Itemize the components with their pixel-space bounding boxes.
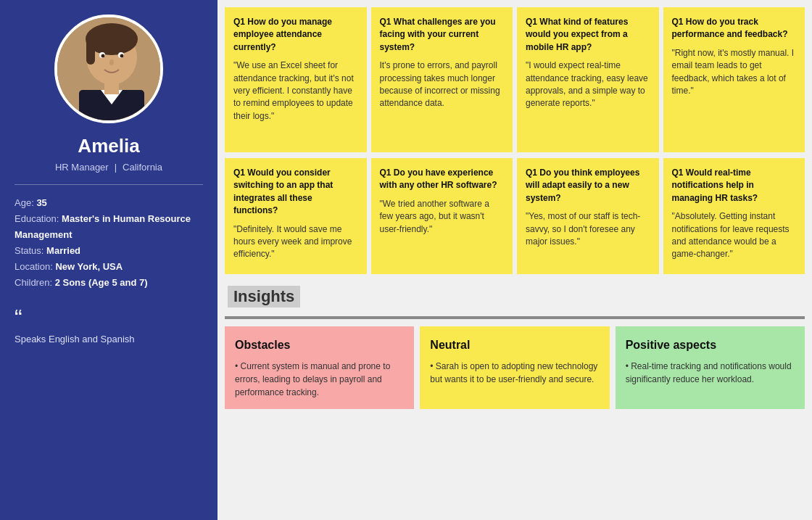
qa-answer: "We use an Excel sheet for attendance tr… [233,59,358,123]
quote-mark-icon: “ [14,306,203,329]
qa-question: Q1 How do you track performance and feed… [672,16,797,41]
children-row: Children: 2 Sons (Age 5 and 7) [14,275,203,291]
profile-divider [14,184,203,185]
qa-answer: It's prone to errors, and payroll proces… [380,59,505,110]
svg-rect-10 [104,81,119,94]
qa-card-row1-1: Q1 What challenges are you facing with y… [371,7,513,152]
qa-card-row1-3: Q1 How do you track performance and feed… [663,7,805,152]
qa-question: Q1 What kind of features would you expec… [526,16,650,54]
status-label: Status: [14,245,44,256]
qa-card-row2-0: Q1 Would you consider switching to an ap… [225,158,367,274]
quote-section: “ Speaks English and Spanish [14,306,203,347]
qa-card-row1-0: Q1 How do you manage employee attendance… [225,7,367,152]
insight-text: • Real-time tracking and notifications w… [626,360,795,386]
persona-role-location: HR Manager | California [55,162,162,173]
qa-card-row1-2: Q1 What kind of features would you expec… [517,7,659,152]
age-value: 35 [36,197,46,208]
role-divider: | [115,162,117,173]
status-row: Status: Married [14,243,203,259]
insights-divider [225,316,805,319]
location-row: Location: New York, USA [14,259,203,275]
qa-question: Q1 What challenges are you facing with y… [380,16,505,54]
qa-answer: "Right now, it's mostly manual. I email … [672,47,797,98]
qa-question: Q1 Do you think employees will adapt eas… [526,167,650,205]
insight-text: • Sarah is open to adopting new technolo… [430,360,599,386]
location-detail-value: New York, USA [55,261,123,272]
quote-text: Speaks English and Spanish [14,332,203,347]
qa-card-row2-2: Q1 Do you think employees will adapt eas… [517,158,659,274]
children-value: 2 Sons (Age 5 and 7) [55,277,148,288]
qa-question: Q1 How do you manage employee attendance… [233,16,358,54]
avatar [54,15,163,123]
svg-point-6 [102,54,105,58]
svg-point-7 [120,54,124,58]
insights-grid: Obstacles • Current system is manual and… [225,326,805,409]
qa-card-row2-1: Q1 Do you have experience with any other… [371,158,513,274]
right-panel: Q1 How do you manage employee attendance… [218,0,812,520]
qa-answer: "Yes, most of our staff is tech-savvy, s… [526,210,650,248]
qa-answer: "We tried another software a few years a… [380,198,505,236]
qa-question: Q1 Do you have experience with any other… [380,167,505,192]
insight-title: Obstacles [235,337,404,354]
left-panel: Amelia HR Manager | California Age: 35 E… [0,0,218,520]
persona-role: HR Manager [55,162,109,173]
insight-card-neutral: Neutral • Sarah is open to adopting new … [420,326,609,409]
persona-name: Amelia [78,135,139,157]
qa-question: Q1 Would real-time notifications help in… [672,167,797,205]
education-row: Education: Master's in Human Resource Ma… [14,211,203,243]
persona-details: Age: 35 Education: Master's in Human Res… [14,195,203,292]
svg-point-8 [109,59,114,65]
insights-label: Insights [228,286,300,308]
qa-question: Q1 Would you consider switching to an ap… [233,167,358,218]
insight-title: Positive aspects [626,337,795,354]
education-label: Education: [14,213,59,224]
qa-answer: "Definitely. It would save me hours ever… [233,223,358,261]
status-value: Married [46,245,80,256]
age-label: Age: [14,197,34,208]
qa-grid-row1: Q1 How do you manage employee attendance… [225,7,805,152]
children-label: Children: [14,277,52,288]
insight-card-obstacles: Obstacles • Current system is manual and… [225,326,414,409]
insight-title: Neutral [430,337,599,354]
persona-location: California [123,162,162,173]
insights-section-header: Insights [225,280,805,312]
qa-answer: "I would expect real-time attendance tra… [526,59,650,110]
qa-grid-row2: Q1 Would you consider switching to an ap… [225,158,805,274]
qa-answer: "Absolutely. Getting instant notificatio… [672,210,797,261]
svg-rect-3 [86,39,95,65]
qa-card-row2-3: Q1 Would real-time notifications help in… [663,158,805,274]
age-row: Age: 35 [14,195,203,211]
insight-text: • Current system is manual and prone to … [235,360,404,399]
location-detail-label: Location: [14,261,53,272]
insight-card-positive: Positive aspects • Real-time tracking an… [616,326,805,409]
